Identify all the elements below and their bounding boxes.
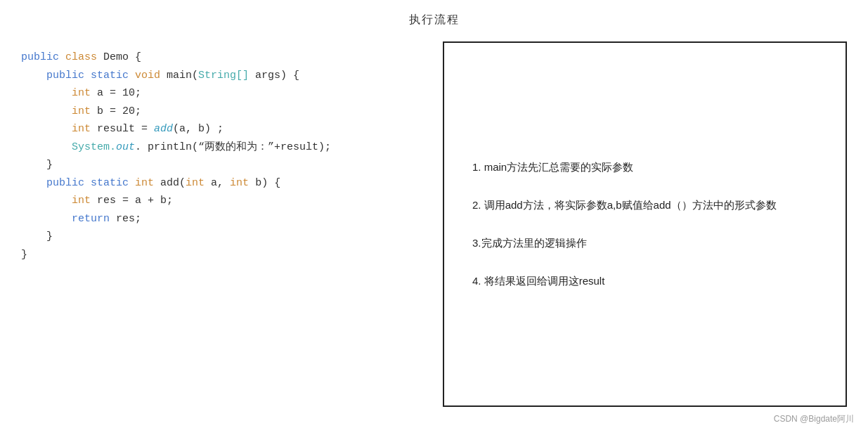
steps-panel: 1. main方法先汇总需要的实际参数2. 调用add方法，将实际参数a,b赋值… xyxy=(443,41,847,407)
code-line: int res = a + b; xyxy=(21,192,415,210)
step-item: 3.完成方法里的逻辑操作 xyxy=(472,235,817,252)
step-item: 2. 调用add方法，将实际参数a,b赋值给add（）方法中的形式参数 xyxy=(472,197,817,214)
code-line: int a = 10; xyxy=(21,84,415,103)
code-line: public static int add(int a, int b) { xyxy=(21,174,415,193)
code-line: public class Demo { xyxy=(21,48,415,67)
step-item: 4. 将结果返回给调用这result xyxy=(472,273,817,290)
code-line: } xyxy=(21,228,415,246)
watermark: CSDN @Bigdate阿川 xyxy=(774,413,854,425)
main-content: public class Demo { public static void m… xyxy=(0,34,868,435)
code-line: int result = add(a, b) ; xyxy=(21,120,415,138)
code-line: public static void main(String[] args) { xyxy=(21,67,415,85)
page-container: 执行流程 public class Demo { public static v… xyxy=(0,0,868,435)
code-line: int b = 20; xyxy=(21,103,415,121)
code-line: System.out. println(“两数的和为：”+result); xyxy=(21,138,415,157)
code-line: } xyxy=(21,246,415,264)
code-line: return res; xyxy=(21,210,415,228)
page-title: 执行流程 xyxy=(0,0,868,34)
code-panel: public class Demo { public static void m… xyxy=(21,41,415,414)
step-item: 1. main方法先汇总需要的实际参数 xyxy=(472,159,817,176)
code-line: } xyxy=(21,156,415,174)
